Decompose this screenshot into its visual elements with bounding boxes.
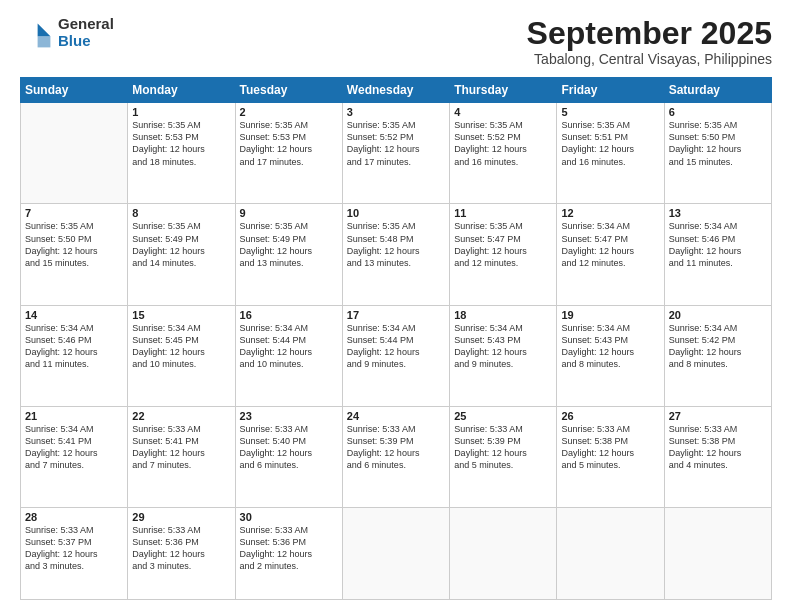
logo: General Blue — [20, 16, 114, 49]
calendar-cell: 19Sunrise: 5:34 AM Sunset: 5:43 PM Dayli… — [557, 305, 664, 406]
day-number: 8 — [132, 207, 230, 219]
cell-info: Sunrise: 5:35 AM Sunset: 5:53 PM Dayligh… — [240, 119, 338, 168]
cell-info: Sunrise: 5:35 AM Sunset: 5:49 PM Dayligh… — [240, 220, 338, 269]
day-number: 23 — [240, 410, 338, 422]
day-number: 17 — [347, 309, 445, 321]
day-number: 30 — [240, 511, 338, 523]
calendar-cell: 23Sunrise: 5:33 AM Sunset: 5:40 PM Dayli… — [235, 406, 342, 507]
calendar-cell: 2Sunrise: 5:35 AM Sunset: 5:53 PM Daylig… — [235, 103, 342, 204]
weekday-header: Wednesday — [342, 78, 449, 103]
svg-marker-1 — [38, 36, 51, 47]
logo-icon — [20, 17, 52, 49]
day-number: 16 — [240, 309, 338, 321]
day-number: 28 — [25, 511, 123, 523]
cell-info: Sunrise: 5:35 AM Sunset: 5:51 PM Dayligh… — [561, 119, 659, 168]
calendar-cell — [21, 103, 128, 204]
cell-info: Sunrise: 5:34 AM Sunset: 5:46 PM Dayligh… — [669, 220, 767, 269]
calendar-cell: 14Sunrise: 5:34 AM Sunset: 5:46 PM Dayli… — [21, 305, 128, 406]
cell-info: Sunrise: 5:34 AM Sunset: 5:44 PM Dayligh… — [347, 322, 445, 371]
calendar-cell: 13Sunrise: 5:34 AM Sunset: 5:46 PM Dayli… — [664, 204, 771, 305]
cell-info: Sunrise: 5:33 AM Sunset: 5:36 PM Dayligh… — [240, 524, 338, 573]
day-number: 21 — [25, 410, 123, 422]
day-number: 4 — [454, 106, 552, 118]
cell-info: Sunrise: 5:35 AM Sunset: 5:52 PM Dayligh… — [454, 119, 552, 168]
svg-marker-0 — [38, 23, 51, 36]
day-number: 19 — [561, 309, 659, 321]
month-title: September 2025 — [527, 16, 772, 51]
calendar-header-row: SundayMondayTuesdayWednesdayThursdayFrid… — [21, 78, 772, 103]
page-header: General Blue September 2025 Tabalong, Ce… — [20, 16, 772, 67]
calendar-cell: 30Sunrise: 5:33 AM Sunset: 5:36 PM Dayli… — [235, 507, 342, 599]
calendar-cell: 29Sunrise: 5:33 AM Sunset: 5:36 PM Dayli… — [128, 507, 235, 599]
calendar-cell: 6Sunrise: 5:35 AM Sunset: 5:50 PM Daylig… — [664, 103, 771, 204]
day-number: 15 — [132, 309, 230, 321]
calendar-cell: 3Sunrise: 5:35 AM Sunset: 5:52 PM Daylig… — [342, 103, 449, 204]
cell-info: Sunrise: 5:34 AM Sunset: 5:45 PM Dayligh… — [132, 322, 230, 371]
calendar-cell: 12Sunrise: 5:34 AM Sunset: 5:47 PM Dayli… — [557, 204, 664, 305]
cell-info: Sunrise: 5:33 AM Sunset: 5:41 PM Dayligh… — [132, 423, 230, 472]
calendar-cell: 15Sunrise: 5:34 AM Sunset: 5:45 PM Dayli… — [128, 305, 235, 406]
cell-info: Sunrise: 5:33 AM Sunset: 5:38 PM Dayligh… — [561, 423, 659, 472]
day-number: 29 — [132, 511, 230, 523]
calendar-cell: 16Sunrise: 5:34 AM Sunset: 5:44 PM Dayli… — [235, 305, 342, 406]
cell-info: Sunrise: 5:35 AM Sunset: 5:49 PM Dayligh… — [132, 220, 230, 269]
calendar-cell: 11Sunrise: 5:35 AM Sunset: 5:47 PM Dayli… — [450, 204, 557, 305]
day-number: 2 — [240, 106, 338, 118]
calendar-cell: 1Sunrise: 5:35 AM Sunset: 5:53 PM Daylig… — [128, 103, 235, 204]
day-number: 3 — [347, 106, 445, 118]
calendar-cell — [557, 507, 664, 599]
weekday-header: Monday — [128, 78, 235, 103]
calendar-week-row: 14Sunrise: 5:34 AM Sunset: 5:46 PM Dayli… — [21, 305, 772, 406]
cell-info: Sunrise: 5:33 AM Sunset: 5:40 PM Dayligh… — [240, 423, 338, 472]
day-number: 6 — [669, 106, 767, 118]
calendar-cell: 10Sunrise: 5:35 AM Sunset: 5:48 PM Dayli… — [342, 204, 449, 305]
day-number: 7 — [25, 207, 123, 219]
cell-info: Sunrise: 5:34 AM Sunset: 5:41 PM Dayligh… — [25, 423, 123, 472]
calendar-cell: 9Sunrise: 5:35 AM Sunset: 5:49 PM Daylig… — [235, 204, 342, 305]
cell-info: Sunrise: 5:34 AM Sunset: 5:43 PM Dayligh… — [561, 322, 659, 371]
day-number: 24 — [347, 410, 445, 422]
calendar-table: SundayMondayTuesdayWednesdayThursdayFrid… — [20, 77, 772, 600]
day-number: 25 — [454, 410, 552, 422]
calendar-week-row: 28Sunrise: 5:33 AM Sunset: 5:37 PM Dayli… — [21, 507, 772, 599]
calendar-cell: 24Sunrise: 5:33 AM Sunset: 5:39 PM Dayli… — [342, 406, 449, 507]
calendar-week-row: 7Sunrise: 5:35 AM Sunset: 5:50 PM Daylig… — [21, 204, 772, 305]
cell-info: Sunrise: 5:33 AM Sunset: 5:38 PM Dayligh… — [669, 423, 767, 472]
calendar-cell: 21Sunrise: 5:34 AM Sunset: 5:41 PM Dayli… — [21, 406, 128, 507]
calendar-cell: 27Sunrise: 5:33 AM Sunset: 5:38 PM Dayli… — [664, 406, 771, 507]
cell-info: Sunrise: 5:34 AM Sunset: 5:47 PM Dayligh… — [561, 220, 659, 269]
day-number: 5 — [561, 106, 659, 118]
calendar-cell: 25Sunrise: 5:33 AM Sunset: 5:39 PM Dayli… — [450, 406, 557, 507]
cell-info: Sunrise: 5:35 AM Sunset: 5:47 PM Dayligh… — [454, 220, 552, 269]
calendar-week-row: 21Sunrise: 5:34 AM Sunset: 5:41 PM Dayli… — [21, 406, 772, 507]
calendar-cell: 8Sunrise: 5:35 AM Sunset: 5:49 PM Daylig… — [128, 204, 235, 305]
day-number: 10 — [347, 207, 445, 219]
day-number: 13 — [669, 207, 767, 219]
day-number: 20 — [669, 309, 767, 321]
cell-info: Sunrise: 5:34 AM Sunset: 5:42 PM Dayligh… — [669, 322, 767, 371]
cell-info: Sunrise: 5:35 AM Sunset: 5:48 PM Dayligh… — [347, 220, 445, 269]
day-number: 12 — [561, 207, 659, 219]
weekday-header: Sunday — [21, 78, 128, 103]
day-number: 11 — [454, 207, 552, 219]
calendar-cell — [450, 507, 557, 599]
cell-info: Sunrise: 5:35 AM Sunset: 5:50 PM Dayligh… — [25, 220, 123, 269]
day-number: 27 — [669, 410, 767, 422]
day-number: 22 — [132, 410, 230, 422]
cell-info: Sunrise: 5:33 AM Sunset: 5:36 PM Dayligh… — [132, 524, 230, 573]
cell-info: Sunrise: 5:33 AM Sunset: 5:37 PM Dayligh… — [25, 524, 123, 573]
calendar-cell: 18Sunrise: 5:34 AM Sunset: 5:43 PM Dayli… — [450, 305, 557, 406]
calendar-cell — [342, 507, 449, 599]
calendar-cell: 4Sunrise: 5:35 AM Sunset: 5:52 PM Daylig… — [450, 103, 557, 204]
weekday-header: Tuesday — [235, 78, 342, 103]
cell-info: Sunrise: 5:34 AM Sunset: 5:43 PM Dayligh… — [454, 322, 552, 371]
calendar-week-row: 1Sunrise: 5:35 AM Sunset: 5:53 PM Daylig… — [21, 103, 772, 204]
logo-general-text: General — [58, 16, 114, 33]
weekday-header: Saturday — [664, 78, 771, 103]
day-number: 9 — [240, 207, 338, 219]
calendar-cell — [664, 507, 771, 599]
logo-blue-text: Blue — [58, 33, 114, 50]
calendar-cell: 17Sunrise: 5:34 AM Sunset: 5:44 PM Dayli… — [342, 305, 449, 406]
weekday-header: Thursday — [450, 78, 557, 103]
day-number: 26 — [561, 410, 659, 422]
